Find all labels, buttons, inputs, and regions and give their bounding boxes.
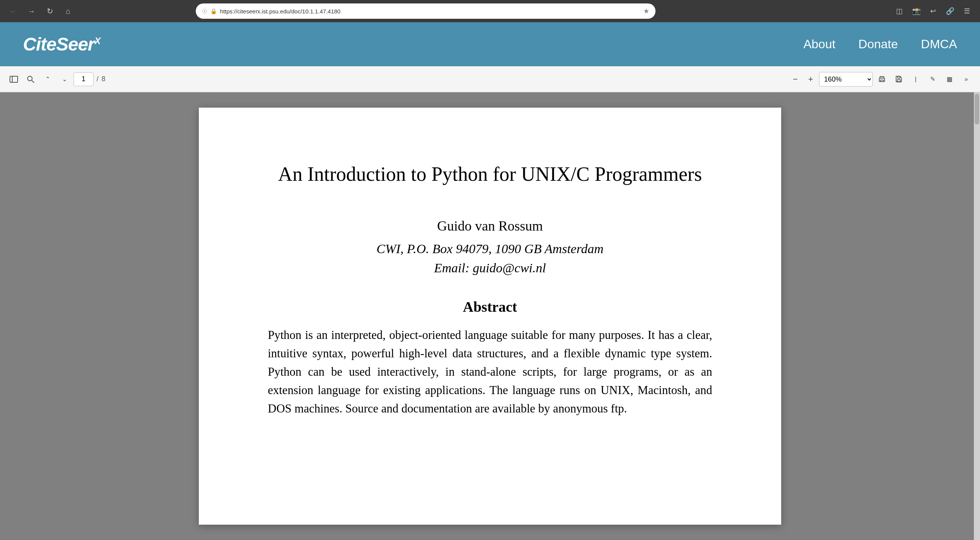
prev-page-button[interactable]: ⌃ [40,72,55,87]
svg-rect-0 [10,76,18,82]
about-link[interactable]: About [803,37,836,51]
reload-button[interactable]: ↻ [43,4,57,18]
next-page-button[interactable]: ⌄ [57,72,72,87]
browser-actions: ◫ 📸 ↩ 🔗 ☰ [893,4,974,18]
extensions-button[interactable]: ◫ [893,4,906,18]
abstract-text: Python is an interpreted, object-oriente… [268,326,712,418]
url-text[interactable]: https://citeseerx.ist.psu.edu/doc/10.1.1… [220,8,640,15]
browser-chrome: ← → ↻ ⌂ ☉ 🔒 https://citeseerx.ist.psu.ed… [0,0,980,22]
print-button[interactable] [874,72,890,87]
pdf-content[interactable]: An Introduction to Python for UNIX/C Pro… [0,92,980,540]
address-bar[interactable]: ☉ 🔒 https://citeseerx.ist.psu.edu/doc/10… [196,3,656,19]
donate-link[interactable]: Donate [859,37,898,51]
pdf-toolbar: ⌃ ⌄ 1 / 8 − + 50% 75% 100% 125% 150% 160… [0,66,980,92]
paper-title: An Introduction to Python for UNIX/C Pro… [278,161,702,187]
svg-rect-5 [880,80,883,82]
sidebar-toggle-button[interactable] [6,72,21,87]
bookmark-star-icon[interactable]: ★ [643,7,649,15]
lock-icon: 🔒 [210,8,217,14]
scrollbar-thumb[interactable] [975,94,979,124]
paper-email: Email: guido@cwi.nl [434,261,546,275]
citeseer-logo[interactable]: CiteSeerX [23,34,100,55]
scrollbar-track[interactable] [974,92,980,540]
zoom-select[interactable]: 50% 75% 100% 125% 150% 160% 175% 200% [819,72,873,87]
cursor-tool-button[interactable]: | [908,72,923,87]
pdf-right-tools: | ✎ ▩ » [874,72,974,87]
citeseer-nav: About Donate DMCA [803,37,957,51]
page-total: 8 [102,75,105,83]
search-button[interactable] [23,72,38,87]
citeseer-header: CiteSeerX About Donate DMCA [0,22,980,66]
svg-point-2 [28,76,32,81]
abstract-heading: Abstract [463,298,517,315]
zoom-in-button[interactable]: + [804,72,818,86]
svg-rect-6 [897,80,900,82]
back-button[interactable]: ← [6,4,20,18]
paper-author: Guido van Rossum [437,218,543,234]
home-button[interactable]: ⌂ [61,4,75,18]
share-button[interactable]: 🔗 [943,4,957,18]
svg-line-3 [32,80,34,83]
menu-button[interactable]: ☰ [960,4,974,18]
page-separator: / [97,75,98,83]
save-button[interactable] [891,72,906,87]
security-shield-icon: ☉ [202,8,207,15]
annotate-button[interactable]: ✎ [925,72,940,87]
pdf-page: An Introduction to Python for UNIX/C Pro… [199,108,781,525]
paper-affiliation: CWI, P.O. Box 94079, 1090 GB Amsterdam [377,242,603,256]
zoom-out-button[interactable]: − [788,72,802,86]
image-tool-button[interactable]: ▩ [942,72,957,87]
more-tools-button[interactable]: » [959,72,974,87]
screenshot-button[interactable]: 📸 [910,4,923,18]
dmca-link[interactable]: DMCA [921,37,957,51]
back-arrow-btn[interactable]: ↩ [926,4,940,18]
forward-button[interactable]: → [25,4,38,18]
page-number-input[interactable]: 1 [74,72,93,86]
